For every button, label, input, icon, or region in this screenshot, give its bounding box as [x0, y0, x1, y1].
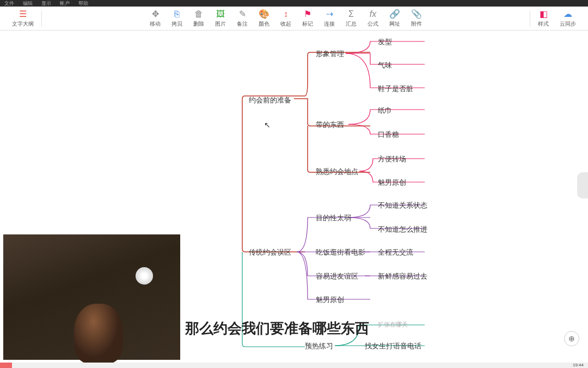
node-b6[interactable]: 容易进友谊区 — [316, 270, 358, 282]
node-b3[interactable]: 熟悉约会地点 — [316, 166, 358, 178]
node-b8[interactable]: 预热练习 — [305, 340, 333, 352]
attach-button[interactable]: 📎 附件 — [406, 7, 427, 30]
node-b2-c1[interactable]: 口香糖 — [378, 129, 399, 141]
node-root[interactable]: 约会前的准备 — [249, 94, 291, 106]
note-icon: ✎ — [237, 9, 247, 19]
node-b4-c1[interactable]: 不知道怎么推进 — [378, 224, 427, 236]
node-b2[interactable]: 带的东西 — [316, 119, 344, 131]
collapse-icon: ↕ — [281, 9, 291, 19]
image-button[interactable]: 🖼 图片 — [210, 7, 231, 30]
node-root2[interactable]: 传统约会误区 — [249, 246, 291, 258]
node-b8-side2[interactable]: 扩张在哪天 — [378, 319, 408, 330]
cloud-icon: ☁ — [563, 9, 573, 19]
menu-edit[interactable]: 编辑 — [23, 0, 33, 7]
menu-view[interactable]: 显示 — [41, 0, 51, 7]
node-b1-c0[interactable]: 发型 — [378, 36, 392, 48]
image-icon: 🖼 — [216, 9, 225, 19]
node-b5-side[interactable]: 全程无交流 — [378, 246, 413, 258]
url-button[interactable]: 🔗 网址 — [384, 7, 406, 30]
node-b4-c0[interactable]: 不知道关系状态 — [378, 200, 427, 212]
side-panel-tab[interactable] — [577, 172, 588, 198]
zoom-button[interactable]: ⊕ — [564, 331, 579, 346]
summary-icon: Σ — [346, 9, 356, 19]
link2-icon: 🔗 — [390, 9, 400, 19]
link-icon: ⇢ — [324, 9, 334, 19]
trash-icon: 🗑 — [194, 9, 204, 19]
node-b8-side[interactable]: 找女生打语音电话 — [365, 340, 421, 352]
node-b1-c1[interactable]: 气味 — [378, 59, 392, 71]
eraser-icon: ◧ — [538, 9, 548, 19]
summary-button[interactable]: Σ 汇总 — [340, 7, 362, 30]
node-b3-c1[interactable]: 魅男原创 — [378, 177, 406, 189]
style-button[interactable]: ◧ 样式 — [532, 7, 554, 30]
node-b5[interactable]: 吃饭逛街看电影 — [316, 246, 365, 258]
paperclip-icon: 📎 — [412, 9, 421, 19]
delete-button[interactable]: 🗑 删除 — [188, 7, 210, 30]
node-b4[interactable]: 目的性太弱 — [316, 212, 351, 224]
node-b7[interactable]: 魅男原创 — [316, 294, 344, 306]
formula-icon: fx — [368, 9, 378, 19]
copy-button[interactable]: ⎘ 拷贝 — [166, 7, 188, 30]
node-b2-c0[interactable]: 纸巾 — [378, 105, 392, 117]
node-b3-c0[interactable]: 方便转场 — [378, 153, 406, 165]
webcam-overlay — [3, 234, 180, 360]
color-button[interactable]: 🎨 颜色 — [253, 7, 275, 30]
node-b6-side[interactable]: 新鲜感容易过去 — [378, 270, 427, 282]
connect-button[interactable]: ⇢ 连接 — [318, 7, 340, 30]
move-icon: ✥ — [150, 9, 160, 19]
clock: 19:44 — [573, 363, 584, 367]
flag-icon: ⚑ — [303, 9, 313, 19]
cursor-icon: ↖ — [264, 120, 271, 129]
menu-help[interactable]: 帮助 — [78, 0, 88, 7]
node-b1-c2[interactable]: 鞋子是否脏 — [378, 83, 413, 95]
taskbar — [0, 363, 588, 368]
menu-account[interactable]: 帐户 — [60, 0, 70, 7]
list-icon: ☰ — [18, 9, 28, 19]
mindmap-canvas[interactable]: 约会前的准备 形象管理 发型 气味 鞋子是否脏 带的东西 纸巾 口香糖 熟悉约会… — [0, 31, 588, 368]
outline-button[interactable]: ☰ 文字大纲 — [7, 7, 39, 30]
copy-icon: ⎘ — [172, 9, 182, 19]
subtitle-text: 那么约会我们要准备哪些东西 — [185, 319, 369, 338]
formula-button[interactable]: fx 公式 — [362, 7, 384, 30]
node-b1[interactable]: 形象管理 — [316, 48, 344, 60]
note-button[interactable]: ✎ 备注 — [231, 7, 253, 30]
sync-button[interactable]: ☁ 云同步 — [554, 7, 581, 30]
collapse-button[interactable]: ↕ 收起 — [275, 7, 297, 30]
move-button[interactable]: ✥ 移动 — [144, 7, 166, 30]
menu-file[interactable]: 文件 — [4, 0, 14, 7]
marker-button[interactable]: ⚑ 标记 — [297, 7, 318, 30]
palette-icon: 🎨 — [259, 9, 269, 19]
